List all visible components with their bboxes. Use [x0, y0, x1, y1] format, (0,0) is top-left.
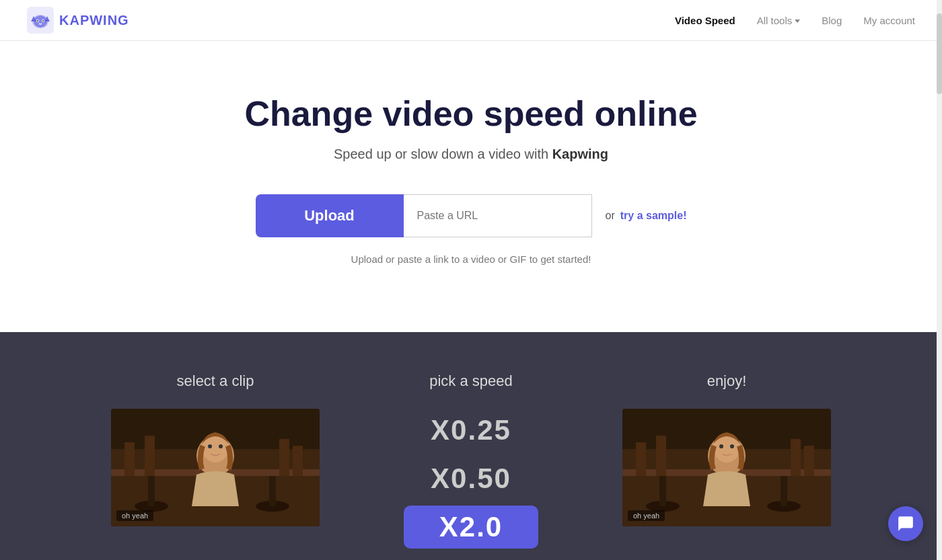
svg-rect-14	[124, 442, 135, 476]
svg-point-7	[37, 20, 38, 22]
url-input[interactable]	[404, 194, 592, 237]
logo-text: KAPWING	[59, 13, 129, 28]
scrollbar-track[interactable]	[937, 0, 942, 560]
hero-section: Change video speed online Speed up or sl…	[0, 41, 942, 332]
video-frame-right: oh yeah	[622, 409, 831, 526]
svg-point-36	[730, 444, 734, 448]
hero-title: Change video speed online	[27, 95, 915, 133]
video-art-left	[111, 409, 320, 526]
hero-brand: Kapwing	[552, 147, 608, 161]
chat-icon	[897, 515, 914, 532]
upload-area: Upload or try a sample!	[27, 194, 915, 237]
chat-bubble-button[interactable]	[888, 506, 923, 541]
svg-rect-32	[804, 446, 814, 476]
enjoy-label: enjoy!	[707, 372, 747, 390]
speed-option-0[interactable]: X0.25	[404, 409, 538, 452]
video-thumbnail-left: oh yeah	[111, 409, 320, 526]
svg-rect-16	[279, 439, 289, 476]
video-caption-left: oh yeah	[116, 510, 153, 521]
hero-subtitle: Speed up or slow down a video with Kapwi…	[27, 147, 915, 162]
video-art-right	[622, 409, 831, 526]
svg-point-20	[208, 444, 212, 448]
speed-option-2[interactable]: X2.0	[404, 506, 538, 549]
svg-rect-15	[145, 436, 155, 476]
svg-point-35	[719, 444, 723, 448]
svg-rect-38	[659, 476, 666, 506]
nav-my-account[interactable]: My account	[863, 15, 915, 26]
nav-video-speed[interactable]: Video Speed	[675, 15, 735, 26]
logo[interactable]: KAPWING	[27, 7, 129, 34]
select-clip-label: select a clip	[177, 372, 254, 390]
video-frame-left: oh yeah	[111, 409, 320, 526]
svg-rect-25	[269, 476, 276, 506]
upload-button[interactable]: Upload	[256, 194, 404, 237]
nav-blog[interactable]: Blog	[822, 15, 842, 26]
speed-option-1[interactable]: X0.50	[404, 457, 538, 500]
logo-icon	[27, 7, 54, 34]
svg-point-8	[42, 20, 44, 22]
try-sample-link[interactable]: try a sample!	[620, 210, 687, 222]
scrollbar-thumb[interactable]	[937, 13, 942, 94]
svg-rect-31	[791, 439, 801, 476]
svg-rect-40	[781, 476, 787, 506]
header: KAPWING Video Speed All tools Blog My ac…	[0, 0, 942, 41]
svg-point-4	[34, 15, 47, 28]
svg-rect-17	[293, 446, 303, 476]
main-nav: Video Speed All tools Blog My account	[675, 15, 915, 26]
hero-hint: Upload or paste a link to a video or GIF…	[27, 253, 915, 265]
svg-point-21	[219, 444, 223, 448]
svg-rect-29	[636, 442, 646, 476]
svg-rect-30	[656, 436, 666, 476]
enjoy-column: enjoy!	[599, 372, 855, 554]
or-sample: or try a sample!	[606, 210, 687, 222]
video-caption-right: oh yeah	[628, 510, 665, 521]
pick-speed-column: pick a speed X0.25 X0.50 X2.0	[343, 372, 599, 554]
demo-section: select a clip	[0, 332, 942, 560]
nav-all-tools[interactable]: All tools	[757, 15, 801, 26]
svg-rect-23	[148, 476, 155, 506]
pick-speed-label: pick a speed	[429, 372, 513, 390]
video-thumbnail-right: oh yeah	[622, 409, 831, 526]
chevron-down-icon	[795, 19, 800, 23]
select-clip-column: select a clip	[87, 372, 343, 554]
